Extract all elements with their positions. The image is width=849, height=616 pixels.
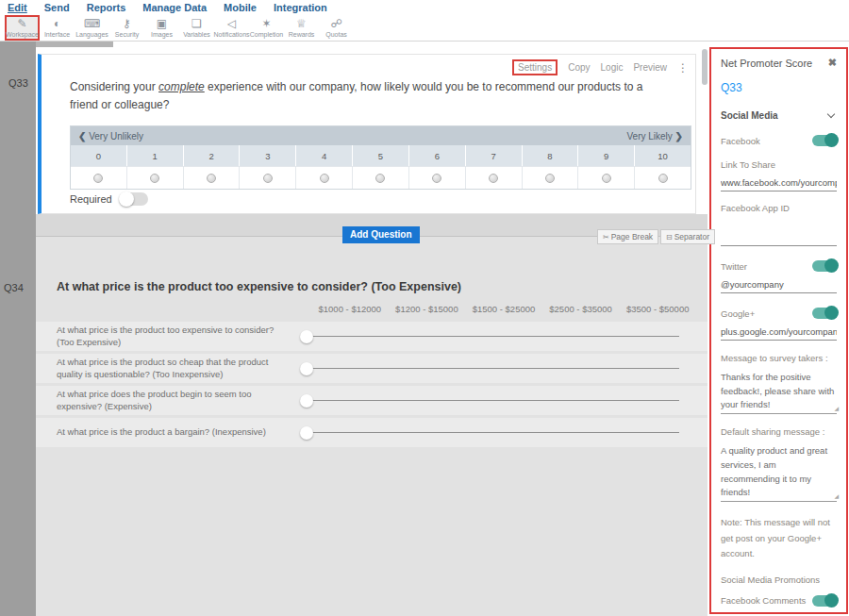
slider-handle[interactable] [300, 330, 313, 343]
facebook-toggle[interactable] [812, 135, 837, 146]
radio-button-5[interactable] [375, 174, 385, 183]
price-slider[interactable] [300, 426, 679, 440]
price-row-label: At what price is the product a bargain? … [36, 426, 292, 439]
toolbar-item-security[interactable]: ⚷Security [109, 15, 144, 41]
scale-point-10[interactable]: 10 [635, 145, 691, 166]
panel-header: Net Promoter Score ✖ [721, 57, 837, 69]
price-slider[interactable] [300, 330, 679, 343]
radio-button-10[interactable] [658, 174, 668, 183]
scale-right-arrow-icon[interactable]: ❯ [675, 131, 683, 142]
menu-item-integration[interactable]: Integration [274, 2, 327, 13]
twitter-handle-input[interactable] [721, 279, 837, 293]
price-slider-row-4: At what price is the product a bargain? … [36, 418, 708, 447]
scale-point-7[interactable]: 7 [466, 145, 523, 166]
security-icon: ⚷ [123, 18, 131, 29]
social-media-section-toggle[interactable]: Social Media [721, 110, 837, 121]
message-to-survey-takers-textarea[interactable]: Thanks for the positive feedback!, pleas… [721, 371, 837, 414]
message-to-survey-takers-label: Message to survey takers : [721, 353, 837, 363]
separator-button[interactable]: ⊟Separator [660, 229, 715, 244]
question-text-q33: Considering your complete experience wit… [70, 78, 659, 114]
toolbar-item-interface[interactable]: ◐Interface [40, 15, 75, 41]
menu-item-edit[interactable]: Edit [8, 2, 27, 13]
scale-point-8[interactable]: 8 [523, 145, 579, 166]
link-to-share-input[interactable] [721, 177, 837, 191]
scale-radio-cell-1 [127, 166, 184, 189]
scale-radio-cell-9 [578, 166, 635, 189]
toolbar-item-variables[interactable]: ❏Variables [179, 15, 214, 41]
preview-button[interactable]: Preview [633, 62, 667, 73]
radio-button-6[interactable] [432, 174, 441, 183]
menu-item-reports[interactable]: Reports [87, 2, 126, 13]
menu-item-mobile[interactable]: Mobile [224, 2, 257, 13]
toolbar-item-notifications[interactable]: ◁Notifications [214, 15, 249, 41]
copy-button[interactable]: Copy [568, 62, 590, 73]
price-row-label: At what price is the product too expensi… [36, 325, 292, 349]
twitter-toggle[interactable] [812, 260, 837, 272]
nps-radio-row [71, 166, 691, 189]
google-plus-toggle[interactable] [812, 308, 837, 319]
radio-button-0[interactable] [93, 174, 103, 183]
toolbar-item-label: Completion [250, 31, 283, 38]
slider-track [306, 400, 679, 401]
scale-point-0[interactable]: 0 [71, 145, 127, 166]
toolbar-item-workspace[interactable]: ✎Workspace [5, 15, 40, 41]
scale-point-2[interactable]: 2 [184, 145, 241, 166]
price-column-1: $1000 - $12000 [311, 304, 389, 314]
facebook-comments-toggle[interactable] [812, 595, 837, 607]
scale-radio-cell-5 [353, 166, 409, 189]
price-slider[interactable] [300, 394, 679, 408]
price-slider[interactable] [300, 362, 679, 375]
slider-handle[interactable] [300, 362, 313, 375]
panel-question-id[interactable]: Q33 [721, 81, 837, 94]
required-row: Required [70, 192, 148, 206]
scale-point-9[interactable]: 9 [578, 145, 635, 166]
radio-button-8[interactable] [545, 174, 555, 183]
question-id-q33: Q33 [8, 77, 28, 89]
radio-button-2[interactable] [207, 174, 216, 183]
survey-toolbar: ✎Workspace◐Interface⌨Languages⚷Security▣… [0, 14, 849, 42]
slider-handle[interactable] [300, 394, 313, 408]
facebook-app-id-input[interactable] [721, 232, 837, 246]
scale-point-3[interactable]: 3 [240, 145, 296, 166]
images-icon: ▣ [157, 18, 167, 29]
vertical-scrollbar[interactable] [702, 49, 708, 85]
social-media-promotions-label: Social Media Promotions [721, 574, 837, 585]
menu-item-send[interactable]: Send [44, 2, 70, 13]
languages-icon: ⌨ [84, 18, 100, 29]
google-plus-input[interactable] [721, 326, 837, 341]
nps-scale-header: ❮ Very Unlikely Very Likely ❯ [71, 126, 691, 145]
menu-item-manage-data[interactable]: Manage Data [142, 2, 207, 13]
close-icon[interactable]: ✖ [828, 57, 837, 69]
scale-point-5[interactable]: 5 [353, 145, 409, 166]
radio-button-4[interactable] [320, 174, 329, 183]
toolbar-item-completion[interactable]: ✶Completion [249, 15, 284, 41]
scale-left-label: Very Unlikely [89, 131, 143, 142]
toolbar-item-quotas[interactable]: ☍Quotas [319, 15, 354, 41]
settings-button[interactable]: Settings [512, 59, 558, 75]
default-sharing-message-textarea[interactable]: A quality product and great services, I … [721, 444, 837, 502]
radio-button-7[interactable] [489, 174, 498, 183]
radio-button-9[interactable] [602, 174, 611, 183]
scale-radio-cell-0 [71, 166, 127, 189]
slider-handle[interactable] [300, 426, 313, 440]
scale-point-1[interactable]: 1 [127, 145, 184, 166]
more-options-icon[interactable]: ⋮ [677, 61, 688, 75]
chevron-down-icon [827, 110, 835, 118]
scale-radio-cell-7 [466, 166, 523, 189]
toolbar-item-languages[interactable]: ⌨Languages [75, 15, 109, 41]
toolbar-item-label: Security [115, 31, 139, 38]
radio-button-1[interactable] [150, 174, 159, 183]
toolbar-item-rewards[interactable]: ♕Rewards [284, 15, 319, 41]
required-toggle[interactable] [120, 192, 148, 206]
logic-button[interactable]: Logic [601, 62, 624, 73]
radio-button-3[interactable] [263, 174, 273, 183]
add-question-button[interactable]: Add Question [342, 226, 420, 243]
scale-left-arrow-icon[interactable]: ❮ [78, 131, 86, 142]
price-slider-rows: At what price is the product too expensi… [36, 322, 708, 450]
scale-point-6[interactable]: 6 [409, 145, 466, 166]
toolbar-item-images[interactable]: ▣Images [144, 15, 179, 41]
scale-point-4[interactable]: 4 [296, 145, 353, 166]
google-plus-row: Google+ [721, 308, 837, 319]
price-row-label: At what price does the product begin to … [36, 389, 292, 413]
page-break-button[interactable]: ✂Page Break [597, 229, 658, 244]
